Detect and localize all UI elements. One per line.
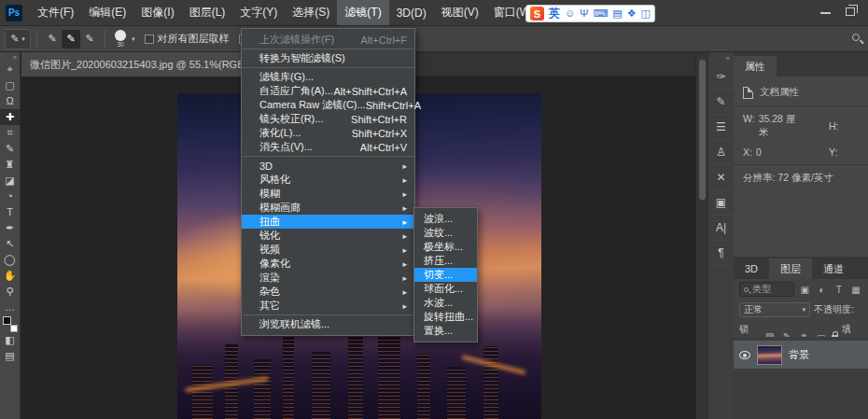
blend-mode-select[interactable]: 正常 ▾: [739, 302, 810, 317]
menu-image[interactable]: 图像(I): [133, 0, 181, 25]
menu-view[interactable]: 视图(V): [434, 0, 486, 25]
menu-edit[interactable]: 编辑(E): [81, 0, 133, 25]
color-swatches[interactable]: [2, 316, 19, 332]
toolbox-icon[interactable]: ▤: [612, 7, 622, 21]
zoom-tool[interactable]: ⚲: [0, 284, 21, 300]
tab-channels[interactable]: 通道: [812, 258, 855, 279]
path-selection-tool[interactable]: ↖: [0, 236, 21, 252]
grid-icon[interactable]: ◫: [641, 7, 651, 21]
clone-stamp-tool[interactable]: ♜: [0, 157, 21, 173]
submenu-item-displace[interactable]: 置换...: [414, 324, 477, 338]
collapse-toolbar-icon[interactable]: »: [13, 53, 17, 62]
height-field[interactable]: H:: [829, 120, 839, 132]
width-field[interactable]: W:35.28 厘米: [743, 113, 801, 139]
paragraph-panel-icon[interactable]: ¶: [708, 241, 735, 266]
menu-layer[interactable]: 图层(L): [182, 0, 233, 25]
foreground-color-swatch[interactable]: [3, 316, 11, 325]
menu-file[interactable]: 文件(F): [30, 0, 81, 25]
healing-mode-2-button[interactable]: ✎: [62, 30, 80, 49]
menu-item-browse-filters-online[interactable]: 浏览联机滤镜...: [242, 317, 414, 331]
menu-item-camera-raw[interactable]: Camera Raw 滤镜(C)...Shift+Ctrl+A: [242, 98, 414, 112]
lasso-tool[interactable]: Ω: [0, 93, 21, 109]
submenu-item-shear[interactable]: 切变...: [414, 268, 477, 282]
healing-mode-3-button[interactable]: ✎: [80, 30, 99, 49]
ime-language-toggle[interactable]: 英: [549, 6, 560, 21]
menu-item-stylize[interactable]: 风格化▸: [242, 173, 414, 187]
x-field[interactable]: X:0: [743, 147, 801, 158]
menu-item-filter-gallery[interactable]: 滤镜库(G)...: [242, 70, 414, 84]
brush-settings-icon[interactable]: ✎: [708, 90, 735, 115]
healing-mode-1-button[interactable]: ✎: [43, 30, 62, 49]
menu-item-convert-smart-filters[interactable]: 转换为智能滤镜(S): [242, 51, 414, 65]
keyboard-icon[interactable]: ⌨: [593, 7, 608, 21]
character-panel-icon[interactable]: A|: [708, 216, 735, 241]
crop-tool[interactable]: ⌗: [0, 125, 21, 141]
type-tool[interactable]: T: [0, 204, 21, 220]
skin-icon[interactable]: ❖: [627, 7, 637, 21]
menu-item-3d[interactable]: 3D▸: [242, 159, 414, 173]
restore-button[interactable]: [846, 7, 855, 16]
quick-mask-button[interactable]: ◧: [0, 332, 21, 348]
menu-type[interactable]: 文字(Y): [232, 0, 285, 25]
submenu-item-pinch[interactable]: 挤压...: [414, 254, 477, 268]
eraser-tool[interactable]: ◪: [0, 173, 21, 189]
menu-item-lens-correction[interactable]: 镜头校正(R)...Shift+Ctrl+R: [242, 112, 414, 126]
filter-type-layers-icon[interactable]: T: [833, 283, 846, 296]
adjustments-icon[interactable]: ☰: [708, 115, 735, 140]
menu-item-blur[interactable]: 模糊▸: [242, 187, 414, 201]
menu-item-vanishing-point[interactable]: 消失点(V)...Alt+Ctrl+V: [242, 140, 414, 154]
brush-tool[interactable]: ✎: [0, 141, 21, 157]
libraries-icon[interactable]: ▣: [708, 190, 735, 216]
tool-preset-picker[interactable]: ✎ ▾: [5, 29, 31, 49]
screen-mode-button[interactable]: ▤: [0, 348, 21, 364]
menu-item-adaptive-wide-angle[interactable]: 自适应广角(A)...Alt+Shift+Ctrl+A: [242, 84, 414, 98]
tab-layers[interactable]: 图层: [769, 258, 812, 279]
scrollbar-thumb[interactable]: [699, 60, 706, 200]
marquee-tool[interactable]: ▢: [0, 77, 21, 93]
tool-presets-icon[interactable]: ✕: [708, 165, 735, 190]
menu-3d[interactable]: 3D(D): [389, 2, 434, 24]
expand-panels-icon[interactable]: «: [726, 54, 730, 63]
clone-source-icon[interactable]: ♙: [708, 140, 735, 165]
shape-tool[interactable]: ◯: [0, 252, 21, 268]
sogou-logo-icon[interactable]: S: [530, 7, 544, 21]
edit-toolbar-button[interactable]: …: [0, 300, 21, 315]
minimize-button[interactable]: [820, 12, 831, 14]
submenu-item-polar-coordinates[interactable]: 极坐标...: [414, 240, 477, 254]
background-color-swatch[interactable]: [10, 325, 18, 332]
microphone-icon[interactable]: Ψ: [580, 7, 588, 21]
chevron-down-icon[interactable]: ▾: [132, 35, 135, 43]
move-tool[interactable]: ⌖: [0, 62, 21, 77]
spot-healing-brush-tool[interactable]: ✚: [0, 109, 21, 125]
canvas-vertical-scrollbar[interactable]: [695, 52, 707, 419]
menu-item-last-filter[interactable]: 上次滤镜操作(F)Alt+Ctrl+F: [242, 33, 414, 47]
tab-3d[interactable]: 3D: [734, 258, 769, 279]
menu-item-distort[interactable]: 扭曲▸: [242, 215, 414, 229]
menu-select[interactable]: 选择(S): [285, 0, 337, 25]
brushes-panel-icon[interactable]: ✑: [708, 64, 735, 90]
menu-item-sharpen[interactable]: 锐化▸: [242, 229, 414, 243]
submenu-item-wave[interactable]: 波浪...: [414, 212, 477, 226]
brush-size-picker[interactable]: 30: [115, 30, 126, 49]
y-field[interactable]: Y:: [829, 147, 837, 158]
menu-item-noise[interactable]: 杂色▸: [242, 285, 414, 299]
smiley-icon[interactable]: ☺: [565, 7, 575, 21]
tab-properties[interactable]: 属性: [734, 56, 777, 77]
menu-filter[interactable]: 滤镜(T): [337, 0, 388, 25]
submenu-item-twirl[interactable]: 旋转扭曲...: [414, 310, 477, 324]
menu-item-blur-gallery[interactable]: 模糊画廊▸: [242, 201, 414, 215]
layer-search-input[interactable]: 类型: [739, 282, 794, 297]
hand-tool[interactable]: ✋: [0, 268, 21, 284]
layer-visibility-eye-icon[interactable]: [739, 351, 750, 359]
filter-adjustment-layers-icon[interactable]: ◐: [815, 283, 828, 296]
submenu-item-zigzag[interactable]: 水波...: [414, 296, 477, 310]
ime-toolbar[interactable]: S 英 ☺ Ψ ⌨ ▤ ❖ ◫: [525, 5, 655, 22]
menu-item-other[interactable]: 其它▸: [242, 299, 414, 313]
menu-item-pixelate[interactable]: 像素化▸: [242, 257, 414, 271]
filter-pixel-layers-icon[interactable]: ▣: [798, 283, 811, 296]
sample-all-layers-checkbox[interactable]: [145, 35, 154, 44]
submenu-item-spherize[interactable]: 球面化...: [414, 282, 477, 296]
layer-thumbnail[interactable]: [757, 345, 782, 365]
menu-item-video[interactable]: 视频▸: [242, 243, 414, 257]
menu-item-liquify[interactable]: 液化(L)...Shift+Ctrl+X: [242, 126, 414, 140]
